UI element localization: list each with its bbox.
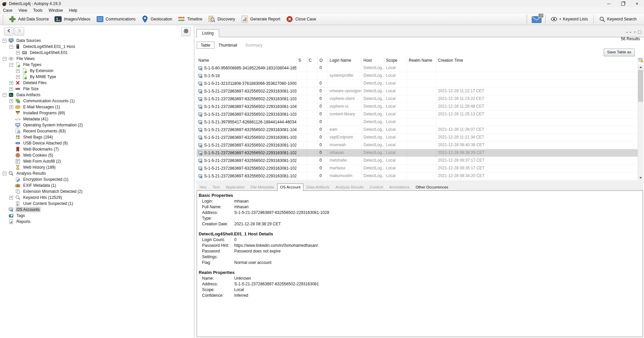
- tree-item-exif-metadata-1[interactable]: EXIF Metadata (1): [0, 182, 194, 188]
- table-scrollbar[interactable]: [638, 64, 643, 180]
- table-row[interactable]: S-1-5-21-2372863697-632556502-2293163081…: [197, 95, 638, 103]
- forward-button[interactable]: [14, 27, 24, 36]
- tree-item-extension-mismatch-detected-2[interactable]: Extension Mismatch Detected (2): [0, 188, 194, 194]
- nav-left-icon[interactable]: ◂: [626, 30, 628, 34]
- menu-tools[interactable]: Tools: [30, 8, 46, 13]
- column-header-s[interactable]: S: [297, 57, 307, 64]
- tree-item-web-history-189[interactable]: Web History (189): [0, 164, 194, 170]
- tree-item-web-form-autofill-2[interactable]: Web Form Autofill (2): [0, 158, 194, 164]
- keyword-search-button[interactable]: Keyword Search: [596, 16, 639, 22]
- tree-item-data-sources[interactable]: −Data Sources: [0, 38, 194, 44]
- tab-listing[interactable]: Listing: [197, 29, 219, 37]
- restore-button[interactable]: [616, 0, 630, 7]
- tree-item-detectlog4shell-e01[interactable]: +DetectLog4Shell.E01: [0, 50, 194, 56]
- float-window-icon[interactable]: [638, 31, 641, 34]
- chevron-down-icon[interactable]: ▾: [634, 30, 636, 34]
- tree-item-file-types[interactable]: −File Types: [0, 62, 194, 68]
- tree-item-detectlog4shell-e01-1-host[interactable]: −DetectLog4Shell.E01_1 Host: [0, 44, 194, 50]
- table-row[interactable]: S-1-5-21-2372863697-632556502-2293163081…: [197, 103, 638, 111]
- toggle-plus-icon[interactable]: +: [16, 75, 20, 79]
- toggle-minus-icon[interactable]: −: [3, 39, 6, 43]
- menu-help[interactable]: Help: [66, 8, 81, 13]
- close-case-button[interactable]: Close Case: [283, 14, 319, 24]
- table-row[interactable]: S-1-5-21-321011808-3761883066-353627080-…: [197, 80, 638, 88]
- column-header-o[interactable]: O: [318, 57, 328, 64]
- back-button[interactable]: [4, 27, 14, 36]
- column-header-realm-name[interactable]: Realm Name: [407, 57, 436, 64]
- save-table-as-csv-button[interactable]: Save Table as CSV: [604, 49, 635, 56]
- column-header-creation-time[interactable]: Creation Time: [436, 57, 638, 64]
- timeline-button[interactable]: Timeline: [175, 14, 205, 24]
- nav-right-icon[interactable]: ▸: [630, 30, 632, 34]
- scroll-up-icon[interactable]: [638, 64, 643, 70]
- menu-view[interactable]: View: [15, 8, 30, 13]
- toggle-plus-icon[interactable]: +: [9, 99, 13, 103]
- tree-item-operating-system-information-2[interactable]: Operating System Information (2): [0, 122, 194, 128]
- table-row[interactable]: S-1-5-21-2372863697-632556502-2293163081…: [197, 142, 638, 149]
- tree-item-e-mail-messages-1[interactable]: +E-Mail Messages (1): [0, 104, 194, 110]
- toggle-minus-icon[interactable]: −: [3, 172, 6, 175]
- table-row[interactable]: S-1-5-21-2372863697-632556502-2293163081…: [197, 157, 638, 165]
- table-row[interactable]: S-1-5-21-2372863697-632556502-2293163081…: [197, 126, 638, 134]
- tab-thumbnail[interactable]: Thumbnail: [214, 42, 241, 49]
- tree-item-metadata-41[interactable]: </>Metadata (41): [0, 116, 194, 122]
- column-header-c[interactable]: C: [307, 57, 318, 64]
- discovery-button[interactable]: Discovery: [205, 14, 238, 24]
- tab-table[interactable]: Table: [197, 42, 214, 49]
- tree-item-keyword-hits-12529[interactable]: +Keyword Hits (12529): [0, 194, 194, 201]
- toggle-plus-icon[interactable]: +: [9, 196, 13, 200]
- table-row[interactable]: S-1-5-21-2372863697-632556502-2293163081…: [197, 149, 638, 157]
- menu-window[interactable]: Window: [46, 8, 66, 13]
- tree-item-by-mime-type[interactable]: +By MIME Type: [0, 74, 194, 80]
- column-header-scope[interactable]: Scope: [384, 57, 407, 64]
- tree-item-analysis-results[interactable]: −Analysis Results: [0, 170, 194, 176]
- tree-item-recent-documents-63[interactable]: Recent Documents (63): [0, 128, 194, 134]
- tree-item-file-size[interactable]: +MBFile Size: [0, 86, 194, 92]
- toggle-plus-icon[interactable]: +: [16, 69, 20, 73]
- tree-item-user-content-suspected-1[interactable]: User Content Suspected (1): [0, 201, 194, 207]
- column-header-login-name[interactable]: Login Name: [328, 57, 362, 64]
- table-row[interactable]: S-1-5-21-2372863697-632556502-2293163081…: [197, 88, 638, 95]
- toggle-plus-icon[interactable]: +: [9, 105, 13, 109]
- column-header-name[interactable]: Name: [197, 57, 297, 64]
- close-button[interactable]: ×: [630, 0, 644, 7]
- tree-item-usb-device-attached-9[interactable]: USB Device Attached (9): [0, 140, 194, 146]
- table-row[interactable]: S-1-5-18systemprofileDetectLog...Local: [197, 72, 638, 80]
- communications-button[interactable]: Communications: [93, 14, 138, 24]
- tree-item-data-artifacts[interactable]: −Data Artifacts: [0, 92, 194, 98]
- tree-item-installed-programs-89[interactable]: Installed Programs (89): [0, 110, 194, 116]
- geolocation-button[interactable]: Geolocation: [138, 14, 175, 24]
- images-videos-button[interactable]: Images/Videos: [51, 14, 93, 24]
- menu-case[interactable]: Case: [0, 8, 15, 13]
- tree-item-file-views[interactable]: −File Views: [0, 56, 194, 62]
- tree-item-os-accounts[interactable]: OS Accounts: [0, 207, 194, 213]
- table-row[interactable]: S-1-5-80-956008885-3418522649-1831038044…: [197, 64, 638, 72]
- tab-os-account[interactable]: OS Account: [277, 183, 304, 191]
- toggle-plus-icon[interactable]: +: [9, 81, 13, 85]
- toggle-minus-icon[interactable]: −: [9, 63, 13, 67]
- toggle-minus-icon[interactable]: −: [9, 45, 13, 49]
- tree-item-deleted-files[interactable]: +Deleted Files: [0, 80, 194, 86]
- scroll-down-icon[interactable]: [638, 175, 643, 180]
- tree-item-by-extension[interactable]: +By Extension: [0, 68, 194, 74]
- tab-other-occurrences[interactable]: Other Occurrences: [412, 183, 451, 190]
- tree-item-shell-bags-194[interactable]: Shell Bags (194): [0, 134, 194, 140]
- tree-item-tags[interactable]: Tags: [0, 213, 194, 219]
- generate-report-button[interactable]: Generate Report: [238, 14, 283, 24]
- tree-item-web-cookies-5[interactable]: Web Cookies (5): [0, 152, 194, 158]
- toggle-plus-icon[interactable]: +: [16, 51, 20, 55]
- column-chooser-button[interactable]: [638, 57, 643, 64]
- table-row[interactable]: S-1-5-21-2372863697-632556502-2293163081…: [197, 134, 638, 142]
- tree-item-reports[interactable]: Reports: [0, 219, 194, 225]
- toggle-plus-icon[interactable]: +: [9, 87, 13, 91]
- tree-item-encryption-suspected-1[interactable]: Encryption Suspected (1): [0, 176, 194, 182]
- tree-item-communication-accounts-1[interactable]: +Communication Accounts (1): [0, 98, 194, 104]
- tree-options-button[interactable]: [181, 27, 191, 36]
- toggle-minus-icon[interactable]: −: [3, 93, 6, 97]
- toggle-minus-icon[interactable]: −: [3, 57, 6, 61]
- table-row[interactable]: S-1-5-21-2372863697-632556502-2293163081…: [197, 111, 638, 118]
- messages-button[interactable]: 10: [532, 15, 542, 23]
- add-data-source-button[interactable]: Add Data Source: [6, 14, 51, 24]
- scrollbar-thumb[interactable]: [638, 70, 643, 102]
- table-row[interactable]: S-1-5-21-2372863697-632556502-2293163081…: [197, 172, 638, 180]
